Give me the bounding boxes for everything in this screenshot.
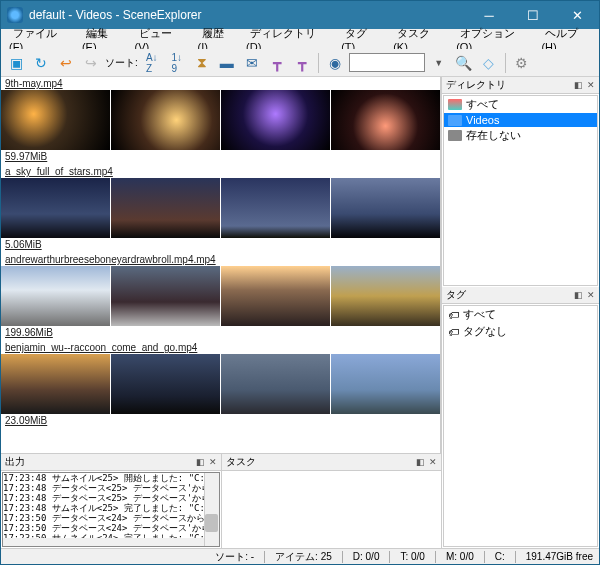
- thumbnail[interactable]: [1, 178, 110, 238]
- back-icon[interactable]: ↩: [55, 52, 77, 74]
- video-size: 59.97MiB: [1, 150, 440, 163]
- task-body: [222, 471, 442, 548]
- pane-close-icon[interactable]: ✕: [209, 457, 217, 467]
- video-name[interactable]: 9th-may.mp4: [1, 77, 440, 90]
- hourglass-icon[interactable]: ⧗: [191, 52, 213, 74]
- folder-icon[interactable]: ▬: [216, 52, 238, 74]
- app-icon: [7, 7, 23, 23]
- status-c: C:: [495, 551, 505, 562]
- tag-panel: タグ◧✕ 🏷すべて 🏷タグなし: [442, 287, 599, 548]
- pane-close-icon[interactable]: ✕: [429, 457, 437, 467]
- thumbnail[interactable]: [1, 266, 110, 326]
- tag-item-none[interactable]: 🏷タグなし: [444, 323, 597, 340]
- dropdown-icon[interactable]: ▼: [428, 52, 450, 74]
- thumbnail[interactable]: [221, 178, 330, 238]
- tag-icon: 🏷: [448, 326, 459, 338]
- gear-icon[interactable]: ⚙: [511, 52, 533, 74]
- gallery[interactable]: 9th-may.mp4 59.97MiB a_sky_full_of_stars…: [1, 77, 441, 453]
- video-name[interactable]: a_sky_full_of_stars.mp4: [1, 165, 440, 178]
- directory-panel: ディレクトリ◧✕ すべて Videos 存在しない: [442, 77, 599, 287]
- search-input[interactable]: [349, 53, 425, 72]
- tag-title: タグ: [446, 288, 466, 302]
- menubar: ファイル(F) 編集(E) ビュー(V) 履歴(I) ディレクトリ(D) タグ(…: [1, 29, 599, 49]
- thumbnail[interactable]: [1, 354, 110, 414]
- video-size: 5.06MiB: [1, 238, 440, 251]
- task-title: タスク: [226, 455, 256, 469]
- tag-item-all[interactable]: 🏷すべて: [444, 306, 597, 323]
- thumbnail[interactable]: [111, 90, 220, 150]
- thumbnail[interactable]: [221, 354, 330, 414]
- erase-icon[interactable]: ◇: [478, 52, 500, 74]
- tag-icon: 🏷: [448, 309, 459, 321]
- brush-icon[interactable]: ┳: [266, 52, 288, 74]
- task-pane: タスク◧✕: [222, 454, 442, 548]
- sort-label: ソート:: [105, 56, 138, 70]
- video-item: benjamin_wu--raccoon_come_and_go.mp4 23.…: [1, 341, 440, 427]
- target-icon[interactable]: ◉: [324, 52, 346, 74]
- thumbnail[interactable]: [331, 90, 440, 150]
- status-m: M: 0/0: [446, 551, 474, 562]
- pane-float-icon[interactable]: ◧: [196, 457, 205, 467]
- output-title: 出力: [5, 455, 25, 469]
- all-icon: [448, 99, 462, 110]
- scrollbar-thumb[interactable]: [205, 514, 218, 532]
- video-name[interactable]: andrewarthurbreeseboneyardrawbroll.mp4.m…: [1, 253, 440, 266]
- pane-close-icon[interactable]: ✕: [587, 80, 595, 90]
- folder-icon: [448, 115, 462, 126]
- tree-item-all[interactable]: すべて: [444, 96, 597, 113]
- directory-tree[interactable]: すべて Videos 存在しない: [443, 95, 598, 286]
- pane-close-icon[interactable]: ✕: [587, 290, 595, 300]
- thumbnail[interactable]: [111, 354, 220, 414]
- brush2-icon[interactable]: ┳: [291, 52, 313, 74]
- video-size: 199.96MiB: [1, 326, 440, 339]
- output-pane: 出力◧✕ 17:23:48 サムネイル<25> 開始しました: "C:/free…: [1, 454, 222, 548]
- thumbnail[interactable]: [111, 266, 220, 326]
- pane-float-icon[interactable]: ◧: [416, 457, 425, 467]
- scrollbar-horizontal[interactable]: [3, 538, 204, 546]
- pane-float-icon[interactable]: ◧: [574, 290, 583, 300]
- scrollbar-vertical[interactable]: [204, 473, 219, 546]
- tag-tree[interactable]: 🏷すべて 🏷タグなし: [443, 305, 598, 547]
- sort-az-icon[interactable]: A↓Z: [141, 52, 163, 74]
- thumbnail[interactable]: [331, 178, 440, 238]
- tree-item-videos[interactable]: Videos: [444, 113, 597, 127]
- video-size: 23.09MiB: [1, 414, 440, 427]
- mail-icon[interactable]: ✉: [241, 52, 263, 74]
- video-item: 9th-may.mp4 59.97MiB: [1, 77, 440, 163]
- folder-open-icon[interactable]: ▣: [5, 52, 27, 74]
- directory-title: ディレクトリ: [446, 78, 506, 92]
- window-title: default - Videos - SceneExplorer: [29, 8, 467, 22]
- thumbnail[interactable]: [221, 90, 330, 150]
- search-icon[interactable]: 🔍: [453, 52, 475, 74]
- log-textarea[interactable]: 17:23:48 サムネイル<25> 開始しました: "C:/freesoft1…: [2, 472, 220, 547]
- status-free: 191.47GiB free: [526, 551, 593, 562]
- forward-icon[interactable]: ↪: [80, 52, 102, 74]
- status-t: T: 0/0: [400, 551, 424, 562]
- pane-float-icon[interactable]: ◧: [574, 80, 583, 90]
- thumbnail[interactable]: [331, 266, 440, 326]
- status-sort: ソート: -: [215, 550, 254, 564]
- video-item: andrewarthurbreeseboneyardrawbroll.mp4.m…: [1, 253, 440, 339]
- thumbnail[interactable]: [1, 90, 110, 150]
- thumbnail[interactable]: [111, 178, 220, 238]
- status-d: D: 0/0: [353, 551, 380, 562]
- refresh-icon[interactable]: ↻: [30, 52, 52, 74]
- video-name[interactable]: benjamin_wu--raccoon_come_and_go.mp4: [1, 341, 440, 354]
- tree-item-missing[interactable]: 存在しない: [444, 127, 597, 144]
- missing-icon: [448, 130, 462, 141]
- sort-19-icon[interactable]: 1↓9: [166, 52, 188, 74]
- toolbar: ▣ ↻ ↩ ↪ ソート: A↓Z 1↓9 ⧗ ▬ ✉ ┳ ┳ ◉ ▼ 🔍 ◇ ⚙: [1, 49, 599, 77]
- video-item: a_sky_full_of_stars.mp4 5.06MiB: [1, 165, 440, 251]
- thumbnail[interactable]: [331, 354, 440, 414]
- statusbar: ソート: - アイテム: 25 D: 0/0 T: 0/0 M: 0/0 C: …: [1, 548, 599, 564]
- status-items: アイテム: 25: [275, 550, 332, 564]
- thumbnail[interactable]: [221, 266, 330, 326]
